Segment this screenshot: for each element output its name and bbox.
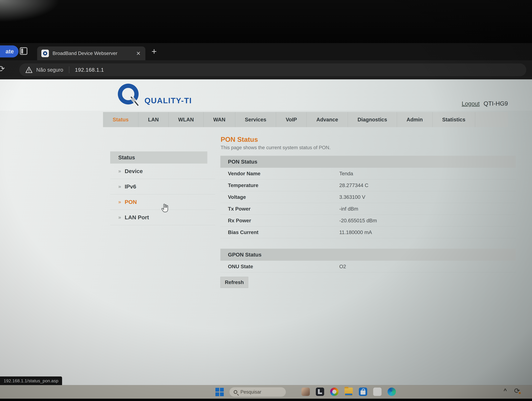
edge-browser-icon[interactable]	[387, 388, 396, 396]
nav-tab-lan[interactable]: LAN	[138, 112, 168, 127]
nav-tab-wlan[interactable]: WLAN	[168, 112, 203, 127]
brand-name: QUALITY-TI	[145, 96, 192, 105]
sidebar-header: Status	[110, 151, 207, 164]
row-value: -20.655015 dBm	[339, 218, 377, 223]
dark-app-icon[interactable]	[316, 388, 324, 396]
address-bar[interactable]: Não seguro 192.168.1.1	[19, 64, 526, 76]
sidebar-item-ipv6[interactable]: » IPv6	[110, 179, 215, 194]
nav-tab-admin[interactable]: Admin	[397, 112, 432, 127]
taskbar-search[interactable]: Pesquisar	[229, 387, 286, 397]
new-tab-button[interactable]: +	[152, 46, 157, 56]
nav-tab-services[interactable]: Services	[235, 112, 276, 127]
table-row: Rx Power -20.655015 dBm	[220, 215, 516, 226]
system-tray: ^ ⟳	[504, 387, 520, 395]
chevron-right-icon: »	[118, 199, 121, 205]
reload-icon[interactable]: ⟳	[0, 64, 5, 74]
table-row: Temperature 28.277344 C	[220, 180, 516, 191]
device-model-label: QTI-HG9	[483, 100, 508, 107]
tab-title: BroadBand Device Webserver	[52, 51, 133, 56]
nav-tab-statistics[interactable]: Statistics	[432, 112, 475, 127]
url-text: 192.168.1.1	[75, 67, 104, 73]
not-secure-warning-icon	[25, 67, 32, 73]
laptop-screen-photo: ate BroadBand Device Webserver ✕ + ⟳ Não…	[0, 0, 532, 401]
browser-tab[interactable]: BroadBand Device Webserver ✕	[37, 46, 146, 60]
sidebar-item-label: Device	[125, 168, 143, 175]
browser-profile-button[interactable]: ate	[0, 45, 19, 58]
row-label: ONU State	[228, 264, 253, 269]
address-separator	[69, 66, 69, 73]
row-value: -inf dBm	[339, 206, 358, 212]
hand-cursor-icon	[161, 203, 170, 214]
windows-taskbar: Pesquisar ^ ⟳	[0, 385, 532, 399]
table-row: Vendor Name Tenda	[220, 168, 516, 180]
search-icon	[234, 390, 237, 394]
logout-link[interactable]: Logout	[462, 100, 480, 107]
gpon-status-table-header: GPON Status	[220, 249, 516, 261]
sidebar-item-label: LAN Port	[125, 214, 149, 221]
row-value: 28.277344 C	[339, 182, 368, 188]
link-status-bubble: 192.168.1.1/status_pon.asp	[0, 376, 62, 385]
router-admin-page: QUALITY-TI Logout QTI-HG9 Status LAN WLA…	[0, 79, 532, 385]
main-nav: Status LAN WLAN WAN Services VoIP Advanc…	[103, 112, 508, 127]
refresh-button[interactable]: Refresh	[220, 277, 248, 288]
row-value: 3.363100 V	[339, 194, 365, 200]
gpon-status-table: ONU State O2	[220, 261, 516, 272]
laptop-bezel	[0, 0, 532, 43]
widgets-icon[interactable]	[301, 388, 310, 396]
copilot-icon[interactable]	[330, 388, 338, 396]
microsoft-store-icon[interactable]	[359, 388, 367, 396]
search-label: Pesquisar	[241, 389, 261, 395]
row-label: Vendor Name	[228, 171, 260, 176]
chevron-right-icon: »	[118, 184, 121, 189]
row-label: Tx Power	[228, 206, 250, 212]
pon-status-table: Vendor Name Tenda Temperature 28.277344 …	[220, 168, 516, 238]
file-explorer-icon[interactable]	[344, 388, 353, 396]
row-label: Bias Current	[228, 229, 259, 235]
site-favicon-icon	[41, 50, 49, 57]
row-value: O2	[339, 264, 346, 269]
tray-chevron-up-icon[interactable]: ^	[504, 388, 507, 394]
chevron-right-icon: »	[118, 215, 121, 220]
photo-bottom-edge	[0, 399, 532, 401]
nav-tab-voip[interactable]: VoIP	[276, 112, 307, 127]
nav-tab-status[interactable]: Status	[103, 112, 138, 127]
row-label: Voltage	[228, 194, 246, 200]
table-row: Voltage 3.363100 V	[220, 191, 516, 203]
nav-tab-advance[interactable]: Advance	[307, 112, 348, 127]
tab-search-button[interactable]	[20, 47, 29, 56]
pon-status-table-header: PON Status	[220, 156, 516, 168]
nav-tab-wan[interactable]: WAN	[203, 112, 235, 127]
tray-sync-icon[interactable]: ⟳	[514, 387, 520, 395]
table-row: Tx Power -inf dBm	[220, 203, 516, 215]
nav-tab-diagnostics[interactable]: Diagnostics	[348, 112, 397, 127]
row-label: Temperature	[228, 182, 258, 188]
table-row: Bias Current 11.180000 mA	[220, 226, 516, 238]
sidebar-item-device[interactable]: » Device	[110, 164, 215, 179]
row-value: Tenda	[339, 171, 353, 176]
chevron-right-icon: »	[118, 168, 121, 174]
browser-tab-strip: ate BroadBand Device Webserver ✕ +	[0, 43, 532, 60]
browser-toolbar: ⟳ Não seguro 192.168.1.1	[0, 60, 532, 79]
page-title: PON Status	[221, 136, 258, 143]
sidebar-item-label: PON	[125, 199, 137, 205]
row-value: 11.180000 mA	[339, 229, 372, 235]
page-subtitle: This page shows the current system statu…	[221, 145, 330, 150]
logout-row: Logout QTI-HG9	[462, 100, 508, 107]
tab-panel-icon	[20, 47, 27, 55]
status-url-text: 192.168.1.1/status_pon.asp	[4, 378, 58, 383]
start-button[interactable]	[215, 388, 224, 396]
page-header-band	[0, 79, 532, 111]
light-app-icon[interactable]	[373, 388, 381, 396]
row-label: Rx Power	[228, 218, 251, 223]
not-secure-label: Não seguro	[36, 67, 63, 73]
table-row: ONU State O2	[220, 261, 516, 272]
taskbar-icons	[301, 388, 396, 396]
sidebar-item-label: IPv6	[125, 183, 136, 190]
quality-ti-logo-icon	[117, 83, 142, 108]
tab-close-icon[interactable]: ✕	[136, 50, 141, 57]
